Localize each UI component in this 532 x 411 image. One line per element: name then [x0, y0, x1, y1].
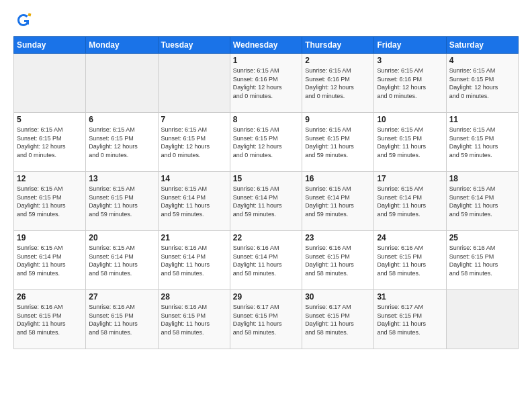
- calendar-cell: 6Sunrise: 6:15 AM Sunset: 6:15 PM Daylig…: [86, 113, 158, 172]
- day-info: Sunrise: 6:16 AM Sunset: 6:14 PM Dayligh…: [161, 244, 227, 277]
- calendar-cell: 2Sunrise: 6:15 AM Sunset: 6:16 PM Daylig…: [302, 54, 374, 113]
- day-number: 9: [305, 115, 371, 124]
- calendar-cell: [86, 54, 158, 113]
- day-info: Sunrise: 6:15 AM Sunset: 6:14 PM Dayligh…: [449, 185, 515, 218]
- day-number: 22: [233, 233, 299, 242]
- day-info: Sunrise: 6:15 AM Sunset: 6:14 PM Dayligh…: [377, 185, 443, 218]
- calendar-cell: 30Sunrise: 6:17 AM Sunset: 6:15 PM Dayli…: [302, 290, 374, 349]
- day-info: Sunrise: 6:15 AM Sunset: 6:15 PM Dayligh…: [449, 66, 515, 100]
- weekday-header-wednesday: Wednesday: [230, 37, 302, 54]
- day-number: 23: [305, 233, 371, 242]
- day-info: Sunrise: 6:17 AM Sunset: 6:15 PM Dayligh…: [233, 303, 299, 336]
- calendar-body: 1Sunrise: 6:15 AM Sunset: 6:16 PM Daylig…: [14, 54, 519, 349]
- day-info: Sunrise: 6:15 AM Sunset: 6:16 PM Dayligh…: [377, 66, 443, 100]
- day-number: 8: [233, 115, 299, 124]
- day-info: Sunrise: 6:15 AM Sunset: 6:15 PM Dayligh…: [305, 126, 371, 159]
- calendar-cell: 25Sunrise: 6:16 AM Sunset: 6:15 PM Dayli…: [446, 231, 518, 290]
- day-info: Sunrise: 6:17 AM Sunset: 6:15 PM Dayligh…: [305, 303, 371, 336]
- day-number: 25: [449, 233, 515, 242]
- calendar-cell: 12Sunrise: 6:15 AM Sunset: 6:15 PM Dayli…: [14, 172, 86, 231]
- day-info: Sunrise: 6:16 AM Sunset: 6:15 PM Dayligh…: [17, 303, 83, 336]
- day-info: Sunrise: 6:16 AM Sunset: 6:15 PM Dayligh…: [89, 303, 154, 336]
- day-info: Sunrise: 6:15 AM Sunset: 6:15 PM Dayligh…: [449, 126, 515, 159]
- day-number: 26: [17, 292, 83, 302]
- day-info: Sunrise: 6:16 AM Sunset: 6:15 PM Dayligh…: [377, 244, 443, 277]
- day-number: 27: [89, 292, 154, 302]
- day-number: 20: [89, 233, 154, 242]
- day-number: 5: [17, 115, 83, 124]
- day-number: 19: [17, 233, 83, 242]
- calendar-cell: 3Sunrise: 6:15 AM Sunset: 6:16 PM Daylig…: [374, 54, 446, 113]
- day-number: 28: [161, 292, 227, 302]
- header: [13, 11, 519, 31]
- page: SundayMondayTuesdayWednesdayThursdayFrid…: [0, 0, 532, 411]
- weekday-header-friday: Friday: [374, 37, 446, 54]
- weekday-header-saturday: Saturday: [446, 37, 518, 54]
- calendar-cell: [14, 54, 86, 113]
- day-info: Sunrise: 6:15 AM Sunset: 6:16 PM Dayligh…: [233, 66, 299, 100]
- calendar-cell: 1Sunrise: 6:15 AM Sunset: 6:16 PM Daylig…: [230, 54, 302, 113]
- week-row-0: 1Sunrise: 6:15 AM Sunset: 6:16 PM Daylig…: [14, 54, 519, 113]
- day-info: Sunrise: 6:15 AM Sunset: 6:14 PM Dayligh…: [89, 244, 154, 277]
- weekday-header-monday: Monday: [86, 37, 158, 54]
- week-row-3: 19Sunrise: 6:15 AM Sunset: 6:14 PM Dayli…: [14, 231, 519, 290]
- day-number: 2: [305, 56, 371, 65]
- logo: [13, 11, 39, 31]
- day-info: Sunrise: 6:15 AM Sunset: 6:14 PM Dayligh…: [305, 185, 371, 218]
- calendar-cell: 26Sunrise: 6:16 AM Sunset: 6:15 PM Dayli…: [14, 290, 86, 349]
- calendar-cell: 7Sunrise: 6:15 AM Sunset: 6:15 PM Daylig…: [158, 113, 230, 172]
- day-number: 14: [161, 174, 227, 183]
- day-number: 31: [377, 292, 443, 302]
- logo-icon: [13, 11, 34, 31]
- day-number: 1: [233, 56, 299, 65]
- day-info: Sunrise: 6:16 AM Sunset: 6:15 PM Dayligh…: [161, 303, 227, 336]
- day-number: 3: [377, 56, 443, 65]
- calendar-cell: [446, 290, 518, 349]
- calendar-table: SundayMondayTuesdayWednesdayThursdayFrid…: [13, 36, 519, 349]
- calendar-cell: 29Sunrise: 6:17 AM Sunset: 6:15 PM Dayli…: [230, 290, 302, 349]
- calendar-cell: 22Sunrise: 6:16 AM Sunset: 6:14 PM Dayli…: [230, 231, 302, 290]
- calendar-cell: 10Sunrise: 6:15 AM Sunset: 6:15 PM Dayli…: [374, 113, 446, 172]
- calendar-cell: 31Sunrise: 6:17 AM Sunset: 6:15 PM Dayli…: [374, 290, 446, 349]
- day-info: Sunrise: 6:15 AM Sunset: 6:15 PM Dayligh…: [377, 126, 443, 159]
- week-row-4: 26Sunrise: 6:16 AM Sunset: 6:15 PM Dayli…: [14, 290, 519, 349]
- day-info: Sunrise: 6:15 AM Sunset: 6:15 PM Dayligh…: [233, 126, 299, 159]
- calendar-cell: 28Sunrise: 6:16 AM Sunset: 6:15 PM Dayli…: [158, 290, 230, 349]
- day-info: Sunrise: 6:15 AM Sunset: 6:14 PM Dayligh…: [161, 185, 227, 218]
- day-number: 18: [449, 174, 515, 183]
- calendar-cell: 4Sunrise: 6:15 AM Sunset: 6:15 PM Daylig…: [446, 54, 518, 113]
- day-number: 30: [305, 292, 371, 302]
- calendar-cell: 19Sunrise: 6:15 AM Sunset: 6:14 PM Dayli…: [14, 231, 86, 290]
- day-info: Sunrise: 6:16 AM Sunset: 6:14 PM Dayligh…: [233, 244, 299, 277]
- day-number: 7: [161, 115, 227, 124]
- day-info: Sunrise: 6:15 AM Sunset: 6:14 PM Dayligh…: [233, 185, 299, 218]
- calendar-cell: 21Sunrise: 6:16 AM Sunset: 6:14 PM Dayli…: [158, 231, 230, 290]
- day-number: 15: [233, 174, 299, 183]
- day-info: Sunrise: 6:15 AM Sunset: 6:16 PM Dayligh…: [305, 66, 371, 100]
- calendar-header: SundayMondayTuesdayWednesdayThursdayFrid…: [14, 37, 519, 54]
- day-number: 6: [89, 115, 154, 124]
- calendar-cell: 18Sunrise: 6:15 AM Sunset: 6:14 PM Dayli…: [446, 172, 518, 231]
- day-number: 13: [89, 174, 154, 183]
- day-info: Sunrise: 6:15 AM Sunset: 6:15 PM Dayligh…: [89, 126, 154, 159]
- day-number: 24: [377, 233, 443, 242]
- calendar-cell: 16Sunrise: 6:15 AM Sunset: 6:14 PM Dayli…: [302, 172, 374, 231]
- week-row-2: 12Sunrise: 6:15 AM Sunset: 6:15 PM Dayli…: [14, 172, 519, 231]
- day-number: 4: [449, 56, 515, 65]
- weekday-header-sunday: Sunday: [14, 37, 86, 54]
- day-info: Sunrise: 6:15 AM Sunset: 6:15 PM Dayligh…: [89, 185, 154, 218]
- calendar-cell: 5Sunrise: 6:15 AM Sunset: 6:15 PM Daylig…: [14, 113, 86, 172]
- calendar-cell: 20Sunrise: 6:15 AM Sunset: 6:14 PM Dayli…: [86, 231, 158, 290]
- day-info: Sunrise: 6:15 AM Sunset: 6:15 PM Dayligh…: [161, 126, 227, 159]
- day-number: 21: [161, 233, 227, 242]
- calendar-cell: 15Sunrise: 6:15 AM Sunset: 6:14 PM Dayli…: [230, 172, 302, 231]
- calendar-cell: 8Sunrise: 6:15 AM Sunset: 6:15 PM Daylig…: [230, 113, 302, 172]
- calendar-cell: 13Sunrise: 6:15 AM Sunset: 6:15 PM Dayli…: [86, 172, 158, 231]
- calendar-cell: 24Sunrise: 6:16 AM Sunset: 6:15 PM Dayli…: [374, 231, 446, 290]
- day-number: 16: [305, 174, 371, 183]
- day-info: Sunrise: 6:15 AM Sunset: 6:15 PM Dayligh…: [17, 185, 83, 218]
- calendar-cell: [158, 54, 230, 113]
- day-number: 29: [233, 292, 299, 302]
- weekday-header-row: SundayMondayTuesdayWednesdayThursdayFrid…: [14, 37, 519, 54]
- day-number: 10: [377, 115, 443, 124]
